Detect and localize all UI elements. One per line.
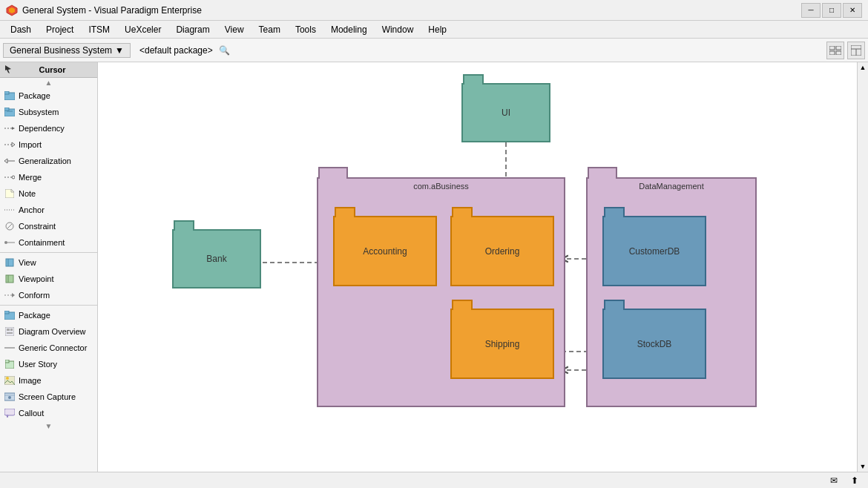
ui-component[interactable]: UI xyxy=(461,83,550,142)
sidebar-item-package2[interactable]: Package xyxy=(0,307,97,323)
sidebar-item-viewpoint[interactable]: Viewpoint xyxy=(0,271,97,287)
sidebar-item-screen-capture[interactable]: Screen Capture xyxy=(0,389,97,405)
sidebar-item-label-user-story: User Story xyxy=(19,360,57,369)
ordering-component[interactable]: Ordering xyxy=(450,216,554,286)
menu-tools[interactable]: Tools xyxy=(288,21,323,38)
breadcrumb-arrow-icon: ▼ xyxy=(115,45,124,56)
sidebar-item-import[interactable]: Import xyxy=(0,136,97,153)
menu-team[interactable]: Team xyxy=(251,21,288,38)
sidebar-item-subsystem[interactable]: Subsystem xyxy=(0,104,97,120)
right-scroll-panel: ▲ ▼ xyxy=(857,62,868,472)
grid-view-button[interactable] xyxy=(826,42,844,59)
search-icon: 🔍 xyxy=(219,45,230,56)
sidebar-item-user-story[interactable]: User Story xyxy=(0,356,97,372)
sidebar-item-label-screen-capture: Screen Capture xyxy=(19,392,76,401)
scroll-down-arrow[interactable]: ▼ xyxy=(0,421,97,431)
breadcrumb-button[interactable]: General Business System ▼ xyxy=(3,43,131,58)
stockdb-tab xyxy=(604,300,625,310)
ordering-label: Ordering xyxy=(485,246,520,257)
menu-itsm[interactable]: ITSM xyxy=(81,21,117,38)
anchor-icon xyxy=(4,205,15,215)
svg-marker-18 xyxy=(12,142,15,147)
bank-component[interactable]: Bank xyxy=(172,229,261,288)
accounting-label: Accounting xyxy=(363,246,407,257)
ordering-tab xyxy=(452,207,473,217)
cursor-icon xyxy=(4,65,12,75)
menu-help[interactable]: Help xyxy=(421,21,454,38)
shipping-label: Shipping xyxy=(485,339,520,349)
menu-diagram[interactable]: Diagram xyxy=(168,21,217,38)
svg-marker-23 xyxy=(5,189,14,198)
sidebar-item-label-note: Note xyxy=(19,189,36,198)
layout-button[interactable] xyxy=(847,42,865,59)
accounting-component[interactable]: Accounting xyxy=(333,216,437,286)
sidebar-item-generalization[interactable]: Generalization xyxy=(0,153,97,169)
com-abusiness-label: com.aBusiness xyxy=(318,182,564,191)
scroll-up-button[interactable]: ▲ xyxy=(858,62,868,73)
menu-uexceler[interactable]: UeXceler xyxy=(117,21,168,38)
sidebar-item-label-package: Package xyxy=(19,91,50,100)
scroll-up-arrow[interactable]: ▲ xyxy=(0,78,97,88)
com-abusiness-subsystem[interactable]: com.aBusiness Accounting Ordering Shippi… xyxy=(317,177,565,407)
package-label: <default package> xyxy=(139,45,213,56)
sidebar-item-image[interactable]: Image xyxy=(0,372,97,389)
svg-rect-36 xyxy=(4,311,9,314)
sidebar-item-containment[interactable]: Containment xyxy=(0,234,97,251)
menu-window[interactable]: Window xyxy=(375,21,421,38)
containment-icon xyxy=(4,237,15,248)
sidebar-item-label-merge: Merge xyxy=(19,173,42,182)
subsystem-icon xyxy=(4,107,15,117)
sidebar-item-label-generalization: Generalization xyxy=(19,156,71,165)
title-text: General System - Visual Paradigm Enterpr… xyxy=(22,5,202,16)
customerdb-label: CustomerDB xyxy=(629,246,680,257)
ui-tab xyxy=(463,74,484,85)
maximize-button[interactable]: □ xyxy=(822,3,841,18)
menu-modeling[interactable]: Modeling xyxy=(323,21,375,38)
sidebar-item-diagram-overview[interactable]: Diagram Overview xyxy=(0,323,97,340)
sidebar-item-view[interactable]: View xyxy=(0,254,97,271)
svg-marker-34 xyxy=(12,293,15,297)
screen-capture-icon xyxy=(4,392,15,402)
diagram-canvas[interactable]: UI Bank com.aBusiness Accounting xyxy=(98,62,857,472)
cursor-label: Cursor xyxy=(39,65,65,74)
sidebar-item-label-viewpoint: Viewpoint xyxy=(19,274,54,283)
svg-rect-5 xyxy=(836,51,841,55)
sidebar-item-anchor[interactable]: Anchor xyxy=(0,202,97,218)
sidebar-item-conform[interactable]: Conform xyxy=(0,287,97,303)
sidebar-item-label-diagram-overview: Diagram Overview xyxy=(19,327,85,336)
sidebar-item-merge[interactable]: Merge xyxy=(0,169,97,185)
svg-line-26 xyxy=(7,224,12,228)
scroll-down-button[interactable]: ▼ xyxy=(858,461,868,472)
constraint-icon xyxy=(4,221,15,231)
menu-project[interactable]: Project xyxy=(39,21,81,38)
svg-rect-49 xyxy=(4,409,15,415)
datamanagement-subsystem[interactable]: DataManagement CustomerDB StockDB xyxy=(586,177,757,407)
email-icon[interactable]: ✉ xyxy=(826,475,841,487)
menu-dash[interactable]: Dash xyxy=(3,21,39,38)
sidebar-item-callout[interactable]: Callout xyxy=(0,405,97,421)
sidebar-item-constraint[interactable]: Constraint xyxy=(0,218,97,234)
sidebar-item-package[interactable]: Package xyxy=(0,88,97,104)
svg-rect-31 xyxy=(6,275,13,283)
shipping-component[interactable]: Shipping xyxy=(450,309,554,379)
sidebar-item-label-anchor: Anchor xyxy=(19,205,45,214)
stockdb-component[interactable]: StockDB xyxy=(602,309,706,379)
svg-rect-43 xyxy=(5,360,9,363)
upload-icon[interactable]: ⬆ xyxy=(847,475,862,487)
customerdb-component[interactable]: CustomerDB xyxy=(602,216,706,286)
viewpoint-icon xyxy=(4,274,15,284)
svg-rect-40 xyxy=(7,332,13,334)
svg-marker-16 xyxy=(12,127,15,130)
merge-icon xyxy=(4,172,15,182)
svg-rect-3 xyxy=(836,46,841,50)
sidebar-item-note[interactable]: Note xyxy=(0,185,97,202)
sidebar-item-generic-connector[interactable]: Generic Connector xyxy=(0,340,97,356)
sidebar-item-label-generic-connector: Generic Connector xyxy=(19,343,87,352)
minimize-button[interactable]: ─ xyxy=(801,3,821,18)
menu-view[interactable]: View xyxy=(217,21,251,38)
customerdb-tab xyxy=(604,207,625,217)
sidebar: Cursor ▲ Package Subsystem xyxy=(0,62,98,472)
sidebar-item-dependency[interactable]: Dependency xyxy=(0,120,97,136)
close-button[interactable]: ✕ xyxy=(843,3,862,18)
user-story-icon xyxy=(4,359,15,369)
